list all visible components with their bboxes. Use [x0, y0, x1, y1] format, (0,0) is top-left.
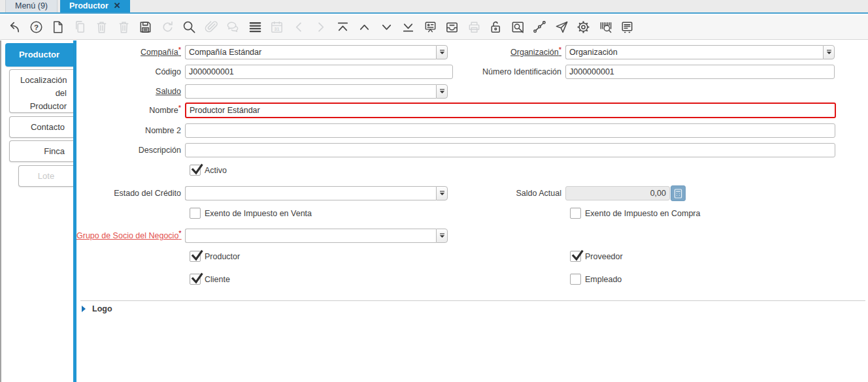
sidebar-tab-finca[interactable]: Finca — [9, 140, 73, 162]
exento-compra-label: Exento de Impuesto en Compra — [585, 208, 701, 220]
activo-checkbox[interactable] — [190, 165, 201, 176]
find-icon[interactable] — [182, 20, 197, 35]
compania-combobox[interactable]: Compañía Estándar — [185, 45, 448, 59]
estado-credito-combobox[interactable] — [185, 186, 448, 200]
help-icon[interactable]: ? — [29, 20, 44, 35]
svg-text:?: ? — [33, 24, 38, 31]
main-area: Productor Localización del Productor Con… — [0, 40, 868, 382]
calendar-icon: 31 — [269, 20, 284, 35]
logo-group-header[interactable]: Logo — [82, 304, 112, 313]
expand-arrow-icon — [82, 306, 86, 312]
nombre-field[interactable]: Productor Estándar — [185, 103, 836, 118]
svg-text:31: 31 — [275, 27, 280, 32]
first-record-icon[interactable] — [335, 20, 350, 35]
saludo-value[interactable] — [185, 84, 436, 99]
chevron-down-icon[interactable] — [436, 229, 448, 243]
organizacion-label: Organización* — [442, 45, 561, 59]
compania-value[interactable]: Compañía Estándar — [185, 45, 436, 59]
activo-label: Activo — [205, 165, 227, 177]
grupo-socio-combobox[interactable] — [185, 229, 448, 243]
sidebar-tab-localizacion[interactable]: Localización del Productor — [9, 69, 73, 113]
saldo-actual-label: Saldo Actual — [442, 186, 561, 200]
numero-identificacion-label: Número Identificación — [442, 65, 561, 79]
toggle-detail-grid-icon[interactable] — [248, 20, 263, 35]
refresh-icon — [160, 20, 175, 35]
undo-icon[interactable] — [7, 20, 22, 35]
saludo-combobox[interactable] — [185, 84, 448, 99]
empleado-checkbox[interactable] — [570, 274, 581, 285]
workflow-icon[interactable] — [532, 20, 547, 35]
estado-credito-label: Estado del Crédito — [76, 186, 181, 200]
copy-record-icon — [73, 20, 88, 35]
nombre2-label: Nombre 2 — [76, 123, 181, 138]
empleado-label: Empleado — [585, 274, 622, 286]
detail-record-icon — [313, 20, 328, 35]
saldo-actual-field: 0,00 — [565, 186, 670, 200]
new-record-icon[interactable] — [50, 20, 65, 35]
cliente-label: Cliente — [205, 274, 230, 286]
proveedor-label: Proveedor — [585, 251, 623, 263]
chat-icon — [225, 20, 241, 35]
organizacion-value[interactable]: Organización — [565, 45, 823, 59]
compania-label: Compañía* — [76, 45, 181, 59]
previous-record-icon[interactable] — [357, 20, 372, 35]
report-icon[interactable] — [423, 20, 438, 35]
next-record-icon[interactable] — [379, 20, 394, 35]
parent-record-icon — [292, 20, 307, 35]
nombre-label: Nombre* — [76, 103, 181, 118]
last-record-icon[interactable] — [401, 20, 416, 35]
productor-label: Productor — [205, 251, 240, 263]
sidebar-tab-productor[interactable]: Productor — [5, 43, 73, 67]
exento-venta-label: Exento de Impuesto en Venta — [205, 208, 312, 220]
form-panel: Compañía* Compañía Estándar Organización… — [76, 40, 868, 382]
descripcion-label: Descripción — [76, 143, 181, 157]
grupo-socio-value[interactable] — [185, 229, 436, 243]
toolbar: ? 31 — [0, 15, 868, 40]
customize-icon[interactable] — [576, 20, 591, 35]
nombre2-field[interactable] — [185, 123, 835, 138]
chevron-down-icon[interactable] — [823, 45, 835, 59]
request-icon[interactable] — [554, 20, 569, 35]
attachment-icon — [204, 20, 219, 35]
exento-venta-checkbox[interactable] — [190, 208, 201, 219]
saludo-label: Saludo — [76, 84, 181, 99]
window-tab-bar: Menú (9) Productor ✕ — [0, 0, 868, 14]
exento-compra-checkbox[interactable] — [570, 208, 581, 219]
delete-record-icon — [94, 20, 109, 35]
tab-menu[interactable]: Menú (9) — [5, 0, 58, 12]
calculator-button[interactable] — [671, 185, 686, 201]
archive-icon[interactable] — [444, 20, 459, 35]
sidebar-tab-lote: Lote — [18, 165, 73, 187]
descripcion-field[interactable] — [185, 143, 835, 157]
proveedor-checkbox[interactable] — [570, 251, 581, 262]
group-separator — [80, 300, 865, 301]
sidebar: Productor Localización del Productor Con… — [0, 40, 76, 382]
codigo-label: Código — [76, 65, 181, 79]
close-icon[interactable]: ✕ — [114, 1, 121, 10]
numero-identificacion-field[interactable]: J000000001 — [565, 65, 835, 79]
save-icon[interactable] — [138, 20, 153, 35]
delete-selection-icon — [116, 20, 131, 35]
zoom-across-icon[interactable] — [510, 20, 526, 35]
grupo-socio-label: Grupo de Socio del Negocio* — [76, 229, 181, 243]
logo-group-label: Logo — [92, 304, 112, 313]
tab-productor[interactable]: Productor ✕ — [60, 0, 130, 12]
codigo-field[interactable]: J000000001 — [185, 65, 453, 79]
quick-form-icon[interactable] — [620, 20, 635, 35]
estado-credito-value[interactable] — [185, 186, 436, 200]
sidebar-tab-contacto[interactable]: Contacto — [9, 116, 73, 138]
tab-productor-label: Productor — [69, 1, 108, 10]
lock-icon[interactable] — [488, 20, 503, 35]
cliente-checkbox[interactable] — [190, 274, 201, 285]
organizacion-combobox[interactable]: Organización — [565, 45, 835, 59]
print-icon — [467, 20, 482, 35]
product-info-icon[interactable] — [598, 20, 613, 35]
productor-checkbox[interactable] — [190, 251, 201, 262]
chevron-down-icon[interactable] — [436, 84, 448, 99]
